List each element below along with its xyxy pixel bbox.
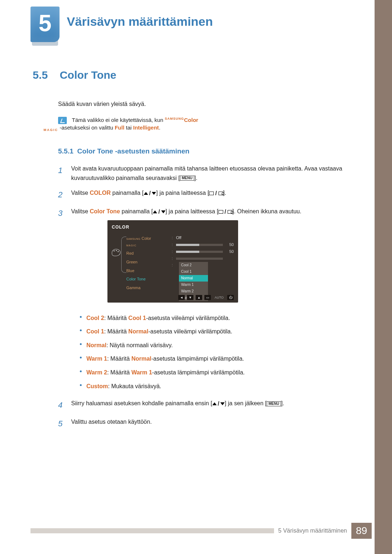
- subsection-heading: 5.5.1 Color Tone -asetusten säätäminen: [58, 147, 348, 155]
- color-label: COLOR: [90, 190, 111, 196]
- osd-green-value: 50: [225, 249, 234, 255]
- option-item: Warm 1: Määritä Normal-asetusta lämpimäm…: [80, 352, 301, 366]
- osd-left-icon: ◄: [178, 295, 185, 300]
- osd-nav-row: ◄ ▼ ▲ ▭ AUTO ⏻: [112, 295, 234, 300]
- updown-icon: /: [153, 207, 165, 217]
- osd-green-bar: [176, 251, 223, 253]
- step-4: 4 Siirry haluamasi asetuksen kohdalle pa…: [58, 399, 348, 411]
- osd-source-icon: ▭: [204, 295, 211, 300]
- magic-label: MAGIC: [44, 128, 58, 132]
- step-number: 5: [58, 417, 65, 430]
- t: ] ja sen jälkeen [: [225, 400, 267, 406]
- osd-screenshot: COLOR SAMSUNG ColorMAGIC Red Green Blue …: [107, 220, 301, 303]
- osd-popup-item: Cool 2: [179, 262, 208, 268]
- osd-menu-item: Gamma: [126, 284, 168, 292]
- t: ] ja paina laitteessa [: [166, 208, 219, 214]
- t: painamalla [: [111, 190, 144, 196]
- note-block: Tämä valikko ei ole käytettävissä, kun S…: [58, 116, 348, 131]
- t: ].: [194, 175, 197, 181]
- note-pre: Tämä valikko ei ole käytettävissä, kun: [72, 117, 165, 123]
- section-intro: Säädä kuvan värien yleistä sävyä.: [58, 101, 348, 107]
- step-1: 1 Voit avata kuvaruutuoppaan painamalla …: [58, 164, 348, 182]
- note-text: Tämä valikko ei ole käytettävissä, kun S…: [72, 116, 198, 131]
- magic-color-label: Color: [184, 117, 198, 123]
- step-text: Siirry haluamasi asetuksen kohdalle pain…: [71, 399, 284, 411]
- menu-key: MENU: [267, 401, 281, 406]
- osd-red-bar: [176, 244, 223, 246]
- section-number: 5.5: [33, 69, 58, 81]
- t: ]. Oheinen ikkuna avautuu.: [232, 208, 301, 214]
- osd-popup-item: Warm 2: [179, 288, 208, 295]
- updown-icon: /: [144, 189, 156, 198]
- subsection-title: Color Tone -asetusten säätäminen: [77, 147, 189, 155]
- steps-list: 1 Voit avata kuvaruutuoppaan painamalla …: [58, 164, 348, 430]
- step-text: Valitse COLOR painamalla [/] ja paina la…: [71, 188, 226, 201]
- menu-key: MENU: [180, 176, 194, 181]
- step-text: Voit avata kuvaruutuoppaan painamalla mi…: [71, 164, 348, 182]
- osd-popup-item: Cool 1: [179, 268, 208, 275]
- t: Valitse: [71, 190, 90, 196]
- osd-off-value: Off: [176, 235, 181, 241]
- t: ] ja paina laitteessa [: [156, 190, 209, 196]
- t: painamalla [: [120, 208, 153, 214]
- option-item: Cool 2: Määritä Cool 1-asetusta viileämp…: [80, 311, 301, 325]
- options-list: Cool 2: Määritä Cool 1-asetusta viileämp…: [80, 311, 301, 393]
- option-item: Custom: Mukauta värisävyä.: [80, 379, 301, 393]
- footer-bar: [30, 528, 274, 533]
- osd-auto-label: AUTO: [213, 295, 225, 300]
- option-item: Cool 1: Määritä Normal-asetusta viileämp…: [80, 325, 301, 338]
- t: ].: [281, 400, 284, 406]
- source-enter-icon: /: [219, 207, 232, 217]
- osd-up-icon: ▲: [196, 295, 202, 300]
- t: Valitse: [71, 208, 90, 214]
- osd-power-icon: ⏻: [227, 295, 234, 300]
- samsung-label: SAMSUNG: [165, 117, 184, 120]
- osd-popup-item-selected: Normal: [179, 275, 208, 282]
- full-label: Full: [115, 124, 124, 131]
- step-number: 4: [58, 399, 65, 411]
- osd-red-value: 50: [225, 242, 234, 248]
- osd-menu-item: Red: [126, 249, 168, 258]
- osd-values: :Off :50 :50 : : Cool 2 Cool 1 Normal: [172, 234, 234, 292]
- page-footer: 5 Värisävyn määrittäminen 89: [30, 523, 372, 539]
- osd-title: COLOR: [112, 224, 234, 231]
- step-2: 2 Valitse COLOR painamalla [/] ja paina …: [58, 188, 348, 201]
- t: Siirry haluamasi asetuksen kohdalle pain…: [71, 400, 212, 406]
- osd-menu-item: SAMSUNG ColorMAGIC: [126, 234, 168, 249]
- note-mid2: -asetukseksi on valittu: [60, 124, 115, 131]
- osd-menu-item: Green: [126, 258, 168, 267]
- osd-blue-bar: [176, 258, 223, 260]
- chapter-number-badge: 5: [30, 7, 60, 42]
- section-title: Color Tone: [60, 69, 116, 81]
- step-number: 2: [58, 188, 65, 201]
- section-heading: 5.5 Color Tone: [33, 69, 348, 81]
- note-end: .: [159, 124, 160, 131]
- intelligent-label: Intelligent: [133, 124, 159, 131]
- step-3: 3 Valitse Color Tone painamalla [/] ja p…: [58, 207, 348, 393]
- t: Voit avata kuvaruutuoppaan painamalla mi…: [71, 165, 342, 181]
- colortone-label: Color Tone: [90, 208, 120, 214]
- osd-popup-item: Warm 1: [179, 282, 208, 288]
- palette-icon: [112, 249, 121, 256]
- osd-panel: COLOR SAMSUNG ColorMAGIC Red Green Blue …: [107, 220, 238, 303]
- note-or: tai: [124, 124, 133, 131]
- chapter-title: Värisävyn määrittäminen: [67, 15, 213, 29]
- side-strip: [375, 0, 392, 554]
- content-area: 5.5 Color Tone Säädä kuvan värien yleist…: [33, 69, 348, 436]
- osd-down-icon: ▼: [187, 295, 193, 300]
- step-number: 3: [58, 207, 65, 393]
- option-item: Normal: Näytä normaali värisävy.: [80, 338, 301, 352]
- updown-icon: /: [212, 399, 225, 409]
- subsection-number: 5.5.1: [58, 147, 73, 155]
- step-text: Valitse Color Tone painamalla [/] ja pai…: [71, 207, 301, 393]
- footer-text: 5 Värisävyn määrittäminen: [274, 528, 351, 534]
- step-5: 5 Valittu asetus otetaan käyttöön.: [58, 417, 348, 430]
- note-icon: [58, 117, 67, 124]
- source-enter-icon: /: [209, 189, 223, 198]
- step-text: Valittu asetus otetaan käyttöön.: [71, 417, 152, 430]
- option-item: Warm 2: Määritä Warm 1-asetusta lämpimäm…: [80, 366, 301, 379]
- osd-menu-item-selected: Color Tone: [126, 275, 168, 284]
- osd-menu-item: Blue: [126, 267, 168, 275]
- step-number: 1: [58, 164, 65, 182]
- osd-menu-list: SAMSUNG ColorMAGIC Red Green Blue Color …: [126, 234, 168, 292]
